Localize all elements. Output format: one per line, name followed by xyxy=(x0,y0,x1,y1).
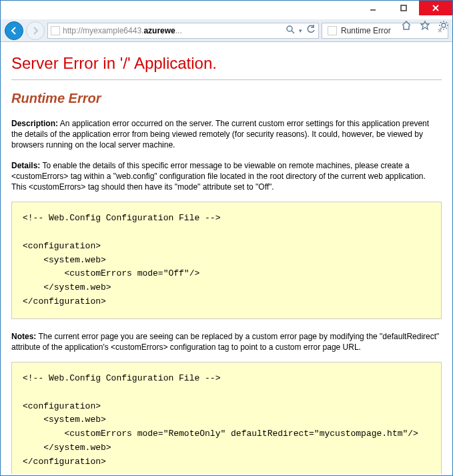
favicon-icon xyxy=(328,26,337,35)
code-block-2: <!-- Web.Config Configuration File --> <… xyxy=(11,362,442,474)
back-button[interactable] xyxy=(5,21,23,40)
notes-text: The current error page you are seeing ca… xyxy=(11,332,439,352)
divider xyxy=(11,79,442,80)
maximize-button[interactable] xyxy=(388,1,419,15)
svg-point-6 xyxy=(442,23,446,27)
favorites-icon[interactable] xyxy=(420,20,430,33)
svg-line-14 xyxy=(446,22,448,23)
svg-line-12 xyxy=(446,28,448,29)
close-button[interactable] xyxy=(419,1,452,15)
notes-label: Notes: xyxy=(11,332,36,341)
description-paragraph: Description: An application error occurr… xyxy=(11,118,442,151)
description-label: Description: xyxy=(11,119,58,128)
tab-title: Runtime Error xyxy=(341,26,391,35)
details-paragraph: Details: To enable the details of this s… xyxy=(11,160,442,193)
page-icon xyxy=(51,26,60,35)
refresh-icon[interactable] xyxy=(306,25,316,36)
description-text: An application error occurred on the ser… xyxy=(11,119,429,150)
url-text: http://myexample6443.azurewe... xyxy=(63,26,283,35)
error-heading: Runtime Error xyxy=(11,91,442,106)
browser-toolbar: http://myexample6443.azurewe... ▾ Runtim… xyxy=(1,19,452,42)
minimize-button[interactable] xyxy=(358,1,388,15)
forward-button[interactable] xyxy=(26,21,45,40)
settings-icon[interactable] xyxy=(438,20,449,33)
page-title: Server Error in '/' Application. xyxy=(11,54,442,73)
dropdown-icon[interactable]: ▾ xyxy=(299,27,302,34)
notes-paragraph: Notes: The current error page you are se… xyxy=(11,331,442,352)
details-label: Details: xyxy=(11,161,40,170)
home-icon[interactable] xyxy=(401,20,412,33)
svg-rect-1 xyxy=(401,5,406,11)
search-icon[interactable] xyxy=(286,25,295,36)
svg-line-5 xyxy=(292,31,294,33)
page-content: Server Error in '/' Application. Runtime… xyxy=(1,42,452,474)
window-titlebar xyxy=(1,1,452,19)
svg-line-11 xyxy=(440,22,442,23)
code-block-1: <!-- Web.Config Configuration File --> <… xyxy=(11,202,442,319)
details-text: To enable the details of this specific e… xyxy=(11,161,426,192)
svg-line-13 xyxy=(440,28,442,29)
address-bar[interactable]: http://myexample6443.azurewe... ▾ xyxy=(47,23,319,39)
toolbar-right-icons xyxy=(401,20,449,33)
svg-point-4 xyxy=(287,26,292,31)
